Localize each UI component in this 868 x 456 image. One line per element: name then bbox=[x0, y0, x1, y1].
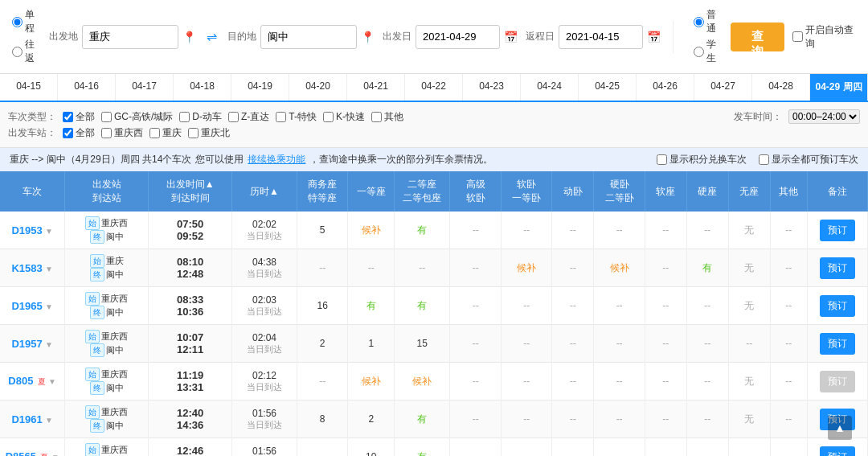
single-trip-radio[interactable] bbox=[12, 17, 23, 27]
train-type-badge: 夏 bbox=[38, 376, 46, 388]
train-no-link[interactable]: D1957 bbox=[11, 338, 42, 350]
biz-seat-cell: -- bbox=[297, 438, 348, 457]
arrive-time: 12:48 bbox=[152, 268, 228, 280]
date-tab-0419[interactable]: 04-19 bbox=[231, 74, 289, 101]
date-tab-0424[interactable]: 04-24 bbox=[521, 74, 579, 101]
book-button[interactable]: 预订 bbox=[820, 257, 855, 279]
normal-passenger-radio[interactable] bbox=[694, 17, 704, 27]
other-cell: -- bbox=[770, 363, 807, 401]
train-no-link[interactable]: D8565 bbox=[6, 450, 36, 456]
arrive-note: 当日到达 bbox=[235, 230, 293, 242]
from-input[interactable] bbox=[82, 25, 178, 49]
show-all-bookable-check[interactable]: 显示全都可预订车次 bbox=[759, 153, 858, 166]
date-tab-0420[interactable]: 04-20 bbox=[289, 74, 347, 101]
hard-seat-cell: 有 bbox=[686, 249, 728, 287]
no-seat-cell: 无 bbox=[728, 401, 770, 438]
train-no-link[interactable]: D1961 bbox=[11, 413, 42, 425]
round-trip-radio[interactable] bbox=[12, 47, 23, 57]
departure-time-select[interactable]: 00:00–24:00 bbox=[788, 109, 860, 124]
first-class-cell: -- bbox=[348, 249, 395, 287]
search-button[interactable]: 查询 bbox=[731, 23, 784, 51]
station-cell: 始重庆西 终阆中 bbox=[65, 212, 149, 249]
no-seat-cell: -- bbox=[728, 325, 770, 363]
filter-k[interactable]: K-快速 bbox=[323, 110, 365, 124]
train-no-link[interactable]: D805 bbox=[8, 375, 33, 387]
departure-calendar-icon[interactable]: 📅 bbox=[504, 31, 518, 43]
arrive-time: 10:36 bbox=[152, 306, 228, 318]
th-premium: 高级软卧 bbox=[450, 171, 502, 212]
second-class-cell: 有 bbox=[395, 287, 450, 325]
student-passenger-radio[interactable] bbox=[694, 47, 704, 57]
date-tab-0415[interactable]: 04-15 bbox=[0, 74, 58, 101]
th-other: 其他 bbox=[770, 171, 807, 212]
table-row: K1583 ▼ 始重庆 终阆中 08:10 12:48 04:38 当日到达 -… bbox=[0, 249, 868, 287]
expand-icon[interactable]: ▼ bbox=[45, 265, 53, 273]
table-row: D1957 ▼ 始重庆西 终阆中 10:07 12:11 02:04 当日到达 … bbox=[0, 325, 868, 363]
normal-passenger-option[interactable]: 普通 bbox=[694, 8, 723, 35]
date-tab-0428[interactable]: 04-28 bbox=[752, 74, 810, 101]
soft-seat-cell: -- bbox=[645, 325, 686, 363]
depart-time: 08:33 bbox=[152, 294, 228, 306]
filter-gc[interactable]: GC-高铁/城际 bbox=[101, 110, 173, 124]
scroll-top-button[interactable]: ▲ bbox=[828, 416, 852, 440]
filter-station-cqxi[interactable]: 重庆西 bbox=[101, 126, 143, 140]
filter-station-cqbei[interactable]: 重庆北 bbox=[188, 126, 230, 140]
expand-icon[interactable]: ▼ bbox=[45, 227, 53, 236]
auto-check-label: 开启自动查询 bbox=[805, 23, 856, 51]
date-tab-0426[interactable]: 04-26 bbox=[637, 74, 694, 101]
auto-check-checkbox[interactable] bbox=[792, 31, 803, 42]
student-passenger-option[interactable]: 学生 bbox=[694, 38, 723, 65]
return-calendar-icon[interactable]: 📅 bbox=[647, 31, 661, 43]
date-tab-0429[interactable]: 04-29 周四 bbox=[810, 74, 868, 101]
auto-check-group: 开启自动查询 bbox=[792, 23, 856, 51]
date-tab-0418[interactable]: 04-18 bbox=[174, 74, 231, 101]
train-no-link[interactable]: D1965 bbox=[11, 300, 42, 312]
show-points-check[interactable]: 显示积分兑换车次 bbox=[657, 153, 747, 166]
date-tab-0423[interactable]: 04-23 bbox=[463, 74, 521, 101]
book-button[interactable]: 预订 bbox=[820, 446, 855, 457]
date-tab-0422[interactable]: 04-22 bbox=[405, 74, 463, 101]
date-tab-0416[interactable]: 04-16 bbox=[58, 74, 116, 101]
book-button[interactable]: 预订 bbox=[820, 295, 855, 317]
expand-icon[interactable]: ▼ bbox=[45, 302, 53, 311]
departure-date-input[interactable] bbox=[416, 25, 500, 49]
train-no-cell: D1957 ▼ bbox=[0, 325, 65, 363]
expand-icon[interactable]: ▼ bbox=[45, 340, 53, 349]
round-trip-option[interactable]: 往返 bbox=[12, 38, 41, 65]
th-moving: 动卧 bbox=[552, 171, 594, 212]
filter-station-all[interactable]: 全部 bbox=[63, 126, 95, 140]
second-class-cell: 15 bbox=[395, 325, 450, 363]
book-button[interactable]: 预订 bbox=[820, 220, 855, 241]
train-no-link[interactable]: D1953 bbox=[11, 224, 42, 236]
from-tag: 始 bbox=[85, 368, 100, 381]
duration-cell: 02:03 当日到达 bbox=[232, 287, 297, 325]
expand-icon[interactable]: ▼ bbox=[45, 416, 53, 425]
single-trip-option[interactable]: 单程 bbox=[12, 8, 41, 35]
premium-soft-cell: -- bbox=[450, 212, 502, 249]
date-tab-0425[interactable]: 04-25 bbox=[579, 74, 637, 101]
to-input[interactable] bbox=[260, 25, 357, 49]
transfer-link[interactable]: 接续换乘功能 bbox=[248, 153, 305, 166]
date-tab-0417[interactable]: 04-17 bbox=[116, 74, 174, 101]
time-cell: 08:33 10:36 bbox=[149, 287, 232, 325]
train-no-cell: D1953 ▼ bbox=[0, 212, 65, 249]
table-row: D1953 ▼ 始重庆西 终阆中 07:50 09:52 02:02 当日到达 … bbox=[0, 212, 868, 249]
filter-d[interactable]: D-动车 bbox=[179, 110, 222, 124]
hard-sleep-cell: -- bbox=[594, 325, 645, 363]
book-button[interactable]: 预订 bbox=[820, 333, 855, 355]
swap-button[interactable]: ⇌ bbox=[204, 29, 219, 44]
filter-t[interactable]: T-特快 bbox=[276, 110, 317, 124]
expand-icon[interactable]: ▼ bbox=[48, 377, 56, 386]
date-tab-0427[interactable]: 04-27 bbox=[694, 74, 752, 101]
from-tag: 始 bbox=[85, 292, 100, 306]
filter-z[interactable]: Z-直达 bbox=[228, 110, 269, 124]
date-tab-0421[interactable]: 04-21 bbox=[347, 74, 405, 101]
filter-all[interactable]: 全部 bbox=[63, 110, 95, 124]
filter-other[interactable]: 其他 bbox=[371, 110, 403, 124]
biz-seat: 5 bbox=[320, 224, 326, 236]
arrive-time: 12:11 bbox=[152, 343, 228, 355]
train-no-link[interactable]: K1583 bbox=[11, 262, 42, 274]
return-date-input[interactable] bbox=[559, 25, 643, 49]
filter-station-cq[interactable]: 重庆 bbox=[149, 126, 182, 140]
expand-icon[interactable]: ▼ bbox=[51, 453, 59, 456]
